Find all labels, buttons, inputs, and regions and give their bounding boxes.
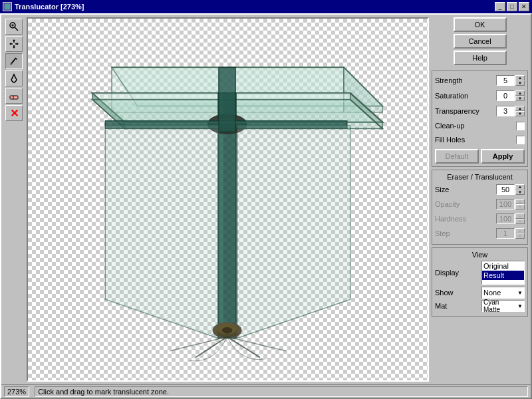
svg-marker-32 bbox=[237, 126, 350, 338]
eraser-title: Eraser / Translucent bbox=[435, 173, 525, 181]
svg-line-36 bbox=[196, 336, 227, 357]
show-row: Show None ▼ bbox=[435, 287, 525, 299]
size-down[interactable]: ▼ bbox=[515, 190, 525, 195]
fill-tool[interactable] bbox=[5, 70, 23, 86]
right-panel: OK Cancel Help Strength ▲ ▼ bbox=[432, 17, 528, 382]
show-dropdown[interactable]: None ▼ bbox=[481, 287, 525, 299]
strength-row: Strength ▲ ▼ bbox=[435, 74, 525, 87]
title-icon bbox=[3, 2, 12, 11]
strength-control: ▲ ▼ bbox=[496, 75, 525, 86]
transparency-spinner: ▲ ▼ bbox=[515, 106, 525, 116]
pencil-tool[interactable] bbox=[5, 53, 23, 69]
step-control: ▲ ▼ bbox=[496, 228, 525, 239]
opacity-input bbox=[496, 199, 515, 209]
hardness-label: Hardness bbox=[435, 215, 466, 223]
params-panel: Strength ▲ ▼ Saturation bbox=[432, 70, 528, 167]
mat-arrow: ▼ bbox=[517, 303, 523, 309]
mat-value: Cyan Matte bbox=[483, 299, 517, 313]
svg-line-39 bbox=[227, 336, 286, 350]
action-buttons: Default Apply bbox=[435, 149, 525, 164]
strength-input[interactable] bbox=[496, 75, 515, 86]
display-row: Display Original Result bbox=[435, 261, 525, 285]
svg-line-3 bbox=[15, 27, 18, 31]
display-original[interactable]: Original bbox=[482, 261, 524, 271]
step-down: ▼ bbox=[515, 233, 525, 239]
minimize-button[interactable]: _ bbox=[495, 2, 505, 11]
opacity-down: ▼ bbox=[515, 204, 525, 209]
saturation-input[interactable] bbox=[496, 90, 515, 101]
svg-point-35 bbox=[222, 327, 233, 334]
hardness-input bbox=[496, 213, 515, 224]
opacity-up: ▲ bbox=[515, 199, 525, 204]
svg-marker-7 bbox=[13, 47, 15, 49]
fillholes-checkbox[interactable] bbox=[516, 136, 525, 144]
apply-button[interactable]: Apply bbox=[481, 149, 525, 164]
svg-rect-14 bbox=[10, 96, 18, 99]
size-up[interactable]: ▲ bbox=[515, 184, 525, 190]
svg-marker-9 bbox=[17, 43, 19, 45]
saturation-control: ▲ ▼ bbox=[496, 90, 525, 101]
hardness-control: ▲ ▼ bbox=[496, 213, 525, 224]
default-button[interactable]: Default bbox=[435, 149, 479, 164]
svg-rect-30 bbox=[219, 67, 235, 132]
size-input[interactable] bbox=[496, 184, 515, 195]
step-input bbox=[496, 228, 515, 239]
svg-rect-1 bbox=[5, 4, 10, 9]
transparency-down[interactable]: ▼ bbox=[515, 111, 525, 116]
transparency-up[interactable]: ▲ bbox=[515, 106, 525, 111]
transparency-input[interactable] bbox=[496, 106, 515, 116]
step-row: Step ▲ ▼ bbox=[435, 227, 525, 240]
display-result[interactable]: Result bbox=[482, 271, 524, 280]
view-title: View bbox=[435, 251, 525, 259]
transparency-control: ▲ ▼ bbox=[496, 106, 525, 116]
svg-line-38 bbox=[170, 336, 227, 350]
canvas-svg bbox=[28, 19, 428, 380]
saturation-spinner: ▲ ▼ bbox=[515, 90, 525, 101]
help-button[interactable]: Help bbox=[454, 51, 507, 65]
opacity-row: Opacity ▲ ▼ bbox=[435, 198, 525, 211]
cross-tool[interactable]: ✕ bbox=[5, 105, 23, 121]
opacity-control: ▲ ▼ bbox=[496, 199, 525, 209]
strength-label: Strength bbox=[435, 76, 463, 84]
display-listbox[interactable]: Original Result bbox=[481, 261, 525, 285]
cleanup-row: Clean-up bbox=[435, 120, 525, 132]
zoom-level: 273% bbox=[4, 386, 29, 397]
display-label: Display bbox=[435, 269, 459, 277]
cleanup-label: Clean-up bbox=[435, 122, 465, 130]
mat-dropdown[interactable]: Cyan Matte ▼ bbox=[481, 300, 525, 312]
eraser-tool[interactable] bbox=[5, 88, 23, 104]
cleanup-checkbox[interactable] bbox=[516, 122, 525, 130]
show-value: None bbox=[483, 289, 501, 297]
hardness-spinner: ▲ ▼ bbox=[515, 213, 525, 224]
ok-button[interactable]: OK bbox=[454, 17, 507, 32]
size-label: Size bbox=[435, 186, 449, 194]
step-spinner: ▲ ▼ bbox=[515, 228, 525, 239]
hardness-down: ▼ bbox=[515, 219, 525, 224]
strength-down[interactable]: ▼ bbox=[515, 80, 525, 86]
svg-marker-8 bbox=[9, 43, 11, 45]
saturation-down[interactable]: ▼ bbox=[515, 96, 525, 101]
hardness-up: ▲ bbox=[515, 213, 525, 219]
strength-spinner: ▲ ▼ bbox=[515, 75, 525, 86]
mat-row: Mat Cyan Matte ▼ bbox=[435, 300, 525, 312]
close-button[interactable]: ✕ bbox=[519, 2, 529, 11]
svg-marker-6 bbox=[13, 39, 15, 41]
top-buttons: OK Cancel Help bbox=[432, 17, 528, 65]
show-label: Show bbox=[435, 289, 454, 297]
cancel-button[interactable]: Cancel bbox=[454, 34, 507, 49]
svg-marker-31 bbox=[105, 126, 218, 338]
maximize-button[interactable]: □ bbox=[507, 2, 517, 11]
svg-line-37 bbox=[227, 336, 260, 357]
hardness-row: Hardness ▲ ▼ bbox=[435, 212, 525, 225]
fillholes-row: Fill Holes bbox=[435, 134, 525, 146]
eraser-panel: Eraser / Translucent Size ▲ ▼ Opacity bbox=[432, 170, 528, 245]
opacity-label: Opacity bbox=[435, 200, 460, 208]
saturation-up[interactable]: ▲ bbox=[515, 90, 525, 96]
saturation-label: Saturation bbox=[435, 92, 468, 100]
canvas-area[interactable] bbox=[27, 17, 429, 382]
mat-label: Mat bbox=[435, 302, 447, 310]
transparency-row: Transparency ▲ ▼ bbox=[435, 104, 525, 118]
strength-up[interactable]: ▲ bbox=[515, 75, 525, 80]
pan-tool[interactable] bbox=[5, 36, 23, 52]
zoom-tool[interactable] bbox=[5, 19, 23, 35]
